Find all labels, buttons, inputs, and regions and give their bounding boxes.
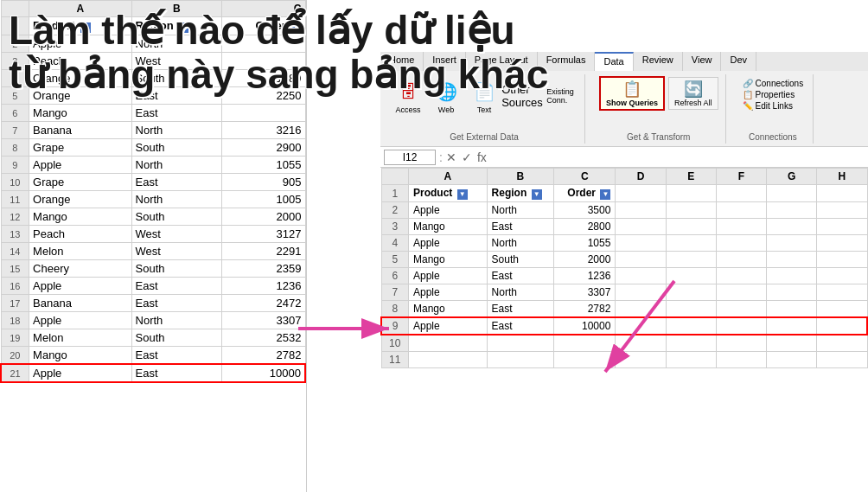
tab-view[interactable]: View xyxy=(683,52,722,71)
col-header-c[interactable]: C xyxy=(222,1,305,17)
connections-items: 🔗 Connections 📋 Properties ✏️ Edit Links xyxy=(740,76,807,113)
tab-insert[interactable]: Insert xyxy=(424,52,466,71)
right-col-b-hdr[interactable]: B xyxy=(487,169,554,185)
web-button[interactable]: 🌐 Web xyxy=(429,76,463,116)
table-row: 3 Peach West xyxy=(1,53,305,70)
edit-links-label: Edit Links xyxy=(756,101,793,111)
transform-buttons: 📋 Show Queries 🔄 Refresh All xyxy=(599,76,718,111)
right-col-e-hdr[interactable]: E xyxy=(666,169,716,185)
connections-item[interactable]: 🔗 Connections xyxy=(742,78,805,89)
right-col-a-hdr[interactable]: A xyxy=(409,169,488,185)
connections-label: Connections xyxy=(756,79,804,88)
table-row: 2 Apple North xyxy=(1,35,305,53)
tab-data[interactable]: Data xyxy=(595,52,633,71)
properties-item[interactable]: 📋 Properties xyxy=(742,89,805,100)
show-queries-label: Show Queries xyxy=(606,99,658,107)
show-queries-button[interactable]: 📋 Show Queries xyxy=(599,76,665,111)
table-row: 7 Banana North 3216 xyxy=(1,122,305,139)
table-row: 8 Grape South 2900 xyxy=(1,139,305,157)
ribbon-tab-bar: Home Insert Page Layout Formulas Data Re… xyxy=(380,52,868,71)
other-icon: OtherSources xyxy=(508,82,536,110)
row-num-1: 1 xyxy=(1,17,29,35)
tab-page-layout[interactable]: Page Layout xyxy=(466,52,538,71)
show-queries-icon: 📋 xyxy=(622,80,641,99)
transform-label: Get & Transform xyxy=(627,132,690,142)
right-col-f-hdr[interactable]: F xyxy=(716,169,766,185)
right-region-filter[interactable]: ▼ xyxy=(532,189,542,200)
connections-label: Connections xyxy=(749,132,797,142)
table-row: 4 Orange South 1189 xyxy=(1,70,305,87)
right-col-c-hdr[interactable]: C xyxy=(554,169,616,185)
tab-formulas[interactable]: Formulas xyxy=(538,52,596,71)
col-header-b[interactable]: B xyxy=(131,1,222,17)
get-external-data-group: 🗄 Access 🌐 Web 📄 Text OtherSources Exist… xyxy=(384,74,585,144)
right-header-row: 1 Product ▼ Region ▼ Order ▼ xyxy=(381,185,867,202)
right-col-h-hdr[interactable]: H xyxy=(817,169,867,185)
formula-icons: ✕ ✓ fx xyxy=(446,150,487,164)
formula-bar: : ✕ ✓ fx xyxy=(380,147,868,168)
existing-icon: ExistingConn. xyxy=(546,82,574,110)
connections-icon: 🔗 xyxy=(743,79,753,88)
table-row: 18 Apple North 3307 xyxy=(1,312,305,329)
existing-conn-button[interactable]: ExistingConn. xyxy=(543,80,578,112)
left-table: A B C 1 Product ▼ Region ▼ Order ▼ xyxy=(0,0,306,383)
corner-cell xyxy=(1,1,29,17)
region-filter-btn[interactable]: ▼ xyxy=(178,22,188,33)
table-row: 5 Mango South 2000 xyxy=(381,252,867,268)
refresh-icon: 🔄 xyxy=(684,80,703,99)
table-row: 3 Mango East 2800 xyxy=(381,219,867,235)
table-row: 2 Apple North 3500 xyxy=(381,202,867,219)
edit-links-item[interactable]: ✏️ Edit Links xyxy=(742,100,805,112)
product-header: Product ▼ xyxy=(29,17,131,35)
insert-function-icon[interactable]: fx xyxy=(477,150,487,164)
col-header-a[interactable]: A xyxy=(29,1,131,17)
external-data-buttons: 🗄 Access 🌐 Web 📄 Text OtherSources Exist… xyxy=(391,76,578,116)
right-col-d-hdr[interactable]: D xyxy=(616,169,666,185)
left-spreadsheet: A B C 1 Product ▼ Region ▼ Order ▼ xyxy=(0,0,307,492)
get-transform-group: 📋 Show Queries 🔄 Refresh All Get & Trans… xyxy=(592,74,726,144)
formula-separator: : xyxy=(439,150,443,164)
region-header: Region ▼ xyxy=(131,17,222,35)
tab-dev[interactable]: Dev xyxy=(721,52,756,71)
cancel-formula-icon[interactable]: ✕ xyxy=(446,150,456,164)
table-row: 16 Apple East 1236 xyxy=(1,278,305,295)
access-icon: 🗄 xyxy=(394,78,422,105)
text-button[interactable]: 📄 Text xyxy=(467,76,501,116)
arrow-diagonal xyxy=(588,277,700,380)
table-row: 13 Peach West 3127 xyxy=(1,226,305,243)
external-data-label: Get External Data xyxy=(450,132,518,142)
table-row: 12 Mango South 2000 xyxy=(1,208,305,226)
table-row: 19 Melon South 2532 xyxy=(1,329,305,347)
table-row: 9 Apple North 1055 xyxy=(1,157,305,174)
connections-group: 🔗 Connections 📋 Properties ✏️ Edit Links… xyxy=(733,74,814,144)
formula-input[interactable] xyxy=(490,151,865,163)
table-row: 6 Mango East xyxy=(1,105,305,122)
svg-line-3 xyxy=(605,281,674,372)
refresh-button[interactable]: 🔄 Refresh All xyxy=(668,77,718,110)
arrow-horizontal xyxy=(294,316,398,342)
highlighted-last-row: 21 Apple East 10000 xyxy=(1,364,305,382)
table-header-row: 1 Product ▼ Region ▼ Order ▼ xyxy=(1,17,305,35)
ribbon-content: 🗄 Access 🌐 Web 📄 Text OtherSources Exist… xyxy=(380,71,868,147)
order-filter-btn[interactable]: ▼ xyxy=(291,22,302,33)
name-box[interactable] xyxy=(384,150,436,165)
properties-icon: 📋 xyxy=(743,90,753,99)
table-row: 20 Mango East 2782 xyxy=(1,347,305,365)
access-button[interactable]: 🗄 Access xyxy=(391,76,425,116)
table-row: 15 Cheery South 2359 xyxy=(1,260,305,278)
tab-home[interactable]: Home xyxy=(380,52,424,71)
right-col-g-hdr[interactable]: G xyxy=(767,169,817,185)
tab-review[interactable]: Review xyxy=(634,52,683,71)
edit-links-icon: ✏️ xyxy=(743,101,753,111)
table-row: 5 Orange East 2250 xyxy=(1,87,305,105)
right-product-filter[interactable]: ▼ xyxy=(457,189,468,200)
table-row: 17 Banana East 2472 xyxy=(1,295,305,312)
confirm-formula-icon[interactable]: ✓ xyxy=(462,150,472,164)
web-icon: 🌐 xyxy=(432,78,460,105)
right-corner xyxy=(381,169,409,185)
other-sources-button[interactable]: OtherSources xyxy=(505,80,539,112)
text-icon: 📄 xyxy=(470,78,498,105)
product-filter-btn[interactable]: ▼ xyxy=(80,22,91,33)
table-row: 10 Grape East 905 xyxy=(1,174,305,191)
right-order-filter[interactable]: ▼ xyxy=(600,189,610,200)
